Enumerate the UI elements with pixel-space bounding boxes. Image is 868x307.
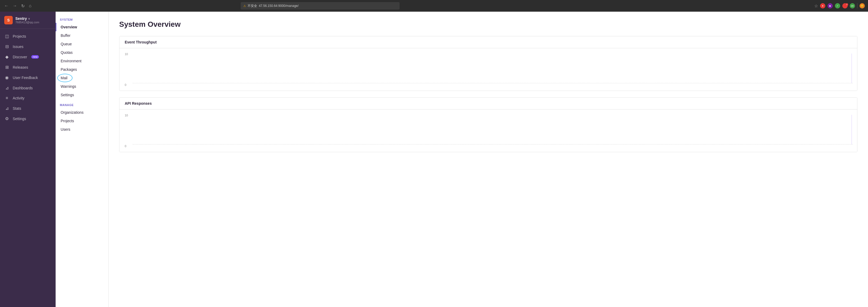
user-feedback-icon: ◉	[4, 75, 9, 80]
sidebar-item-issues[interactable]: ⊟ Issues	[0, 41, 56, 52]
app-container: S Sentry ∨ 7685413@qq.com ◫ Projects ⊟ I…	[0, 12, 868, 307]
system-section-label: SYSTEM	[56, 16, 108, 23]
org-email: 7685413@qq.com	[16, 21, 51, 24]
lock-icon: ⚠	[243, 4, 246, 8]
bookmark-icon[interactable]: ☆	[814, 3, 818, 8]
sidebar-item-label: Settings	[13, 117, 26, 121]
manage-section: MANAGE Organizations Projects Users	[56, 101, 108, 134]
event-throughput-chart: 10 0	[119, 48, 857, 91]
sidebar-item-settings[interactable]: Settings	[56, 91, 108, 99]
reload-button[interactable]: ↻	[20, 2, 26, 9]
api-responses-bar	[851, 115, 852, 144]
activity-icon: ≡	[4, 96, 9, 101]
org-info: Sentry ∨ 7685413@qq.com	[16, 17, 51, 24]
api-responses-y-bottom: 0	[125, 144, 126, 148]
sidebar-dark: S Sentry ∨ 7685413@qq.com ◫ Projects ⊟ I…	[0, 12, 56, 307]
sidebar-item-queue[interactable]: Queue	[56, 40, 108, 48]
sidebar-item-label: Dashboards	[13, 86, 33, 90]
user-avatar: 😊	[860, 3, 865, 8]
ext-toggle-icon: on	[850, 3, 855, 8]
sidebar-item-label: Releases	[13, 65, 28, 69]
back-button[interactable]: ←	[3, 2, 9, 9]
home-button[interactable]: ⌂	[28, 2, 33, 9]
sidebar-item-activity[interactable]: ≡ Activity	[0, 93, 56, 103]
sidebar-item-mail-container: Mail	[56, 74, 108, 82]
sidebar-item-users[interactable]: Users	[56, 125, 108, 134]
sidebar-item-label: Projects	[13, 34, 26, 38]
sidebar-item-warnings[interactable]: Warnings	[56, 82, 108, 91]
org-name: Sentry ∨	[16, 17, 51, 21]
sidebar-item-settings[interactable]: ⚙ Settings	[0, 113, 56, 124]
org-avatar: S	[4, 16, 13, 24]
sidebar-item-releases[interactable]: ⊞ Releases	[0, 62, 56, 73]
event-throughput-bar	[851, 54, 852, 83]
sidebar-item-label: Issues	[13, 45, 23, 49]
browser-extensions: ☆ ● ◆ ✓ 7 on 😊	[814, 3, 865, 8]
ext-sentry-icon: ●	[820, 3, 825, 8]
divider	[857, 3, 858, 8]
sidebar-item-organizations[interactable]: Organizations	[56, 108, 108, 117]
sidebar-item-user-feedback[interactable]: ◉ User Feedback	[0, 73, 56, 83]
event-throughput-baseline	[133, 83, 853, 83]
org-chevron-icon: ∨	[28, 17, 30, 20]
projects-icon: ◫	[4, 34, 9, 39]
event-throughput-y-bottom: 0	[125, 83, 126, 86]
settings-icon: ⚙	[4, 116, 9, 121]
event-throughput-y-top: 10	[125, 53, 128, 56]
sidebar-item-projects[interactable]: Projects	[56, 117, 108, 125]
new-badge: new	[31, 55, 39, 59]
api-responses-card: API Responses 10 0	[119, 97, 858, 152]
stats-icon: ⊿	[4, 106, 9, 111]
sidebar-item-dashboards[interactable]: ⊿ Dashboards	[0, 83, 56, 93]
discover-icon: ◆	[4, 54, 9, 59]
sidebar-item-environment[interactable]: Environment	[56, 57, 108, 65]
sidebar-nav: ◫ Projects ⊟ Issues ◆ Discover new ⊞ Rel…	[0, 29, 56, 307]
event-throughput-card: Event Throughput 10 0	[119, 36, 858, 91]
ext-green-icon: ✓	[835, 3, 840, 8]
sidebar-item-packages[interactable]: Packages	[56, 65, 108, 74]
sidebar-item-label: Stats	[13, 106, 21, 111]
manage-section-label: MANAGE	[56, 101, 108, 108]
sidebar-item-mail[interactable]: Mail	[56, 74, 108, 82]
sidebar-item-label: Discover	[13, 55, 27, 59]
main-content: System Overview Event Throughput 10 0 AP…	[108, 12, 868, 307]
sidebar-item-overview[interactable]: Overview	[56, 23, 108, 31]
address-bar[interactable]: ⚠ 不安全 47.56.150.64:9000/manage/	[241, 2, 400, 9]
security-label: 不安全	[248, 4, 257, 8]
sidebar-item-stats[interactable]: ⊿ Stats	[0, 103, 56, 113]
browser-chrome: ← → ↻ ⌂ ⚠ 不安全 47.56.150.64:9000/manage/ …	[0, 0, 868, 12]
sidebar-item-label: User Feedback	[13, 76, 38, 80]
sidebar-light: SYSTEM Overview Buffer Queue Quotas Envi…	[56, 12, 108, 307]
api-responses-y-top: 10	[125, 114, 128, 117]
ext-vpn-icon: ◆	[828, 3, 833, 8]
ext-badge-icon: 7	[842, 3, 847, 8]
dashboards-icon: ⊿	[4, 85, 9, 90]
sidebar-item-projects[interactable]: ◫ Projects	[0, 31, 56, 41]
event-throughput-title: Event Throughput	[119, 36, 857, 48]
api-responses-baseline	[133, 144, 853, 144]
issues-icon: ⊟	[4, 44, 9, 49]
api-responses-title: API Responses	[119, 97, 857, 110]
api-responses-chart: 10 0	[119, 110, 857, 152]
system-section: SYSTEM Overview Buffer Queue Quotas Envi…	[56, 16, 108, 99]
forward-button[interactable]: →	[12, 2, 18, 9]
sidebar-item-label: Activity	[13, 96, 24, 100]
page-title: System Overview	[119, 20, 858, 29]
sidebar-item-buffer[interactable]: Buffer	[56, 31, 108, 40]
releases-icon: ⊞	[4, 65, 9, 70]
url-text: 47.56.150.64:9000/manage/	[259, 4, 299, 8]
org-switcher[interactable]: S Sentry ∨ 7685413@qq.com	[0, 12, 56, 29]
sidebar-item-quotas[interactable]: Quotas	[56, 48, 108, 57]
sidebar-item-discover[interactable]: ◆ Discover new	[0, 52, 56, 62]
